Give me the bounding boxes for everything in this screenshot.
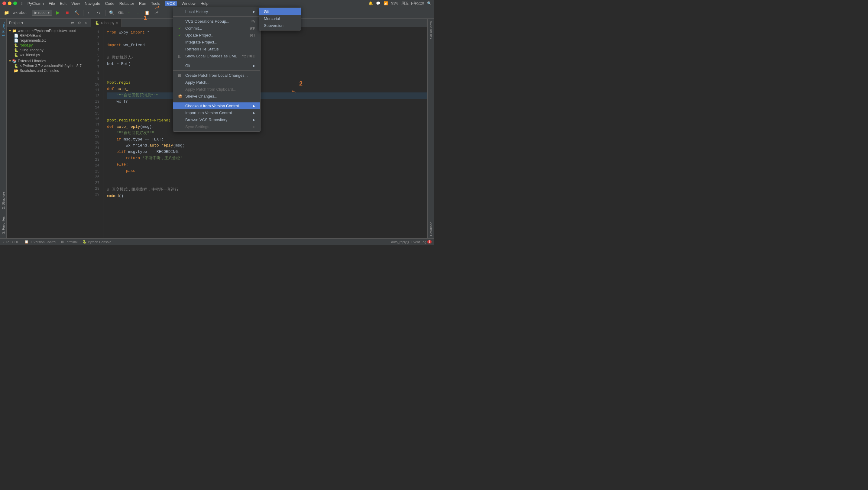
- code-line-25: [107, 181, 427, 187]
- favorites-tab[interactable]: 2: Favorites: [0, 214, 6, 236]
- redo-button[interactable]: ↪: [95, 9, 103, 17]
- run-config-dropdown-icon[interactable]: ▾: [48, 10, 50, 15]
- python-console-tab[interactable]: 🐍 Python Console: [83, 240, 112, 244]
- checkout-arrow-icon: ▶: [253, 104, 255, 107]
- menu-update-project[interactable]: ✓ Update Project... ⌘T: [173, 32, 260, 39]
- git-branches-button[interactable]: ⎇: [152, 9, 160, 17]
- git-pull-button[interactable]: ↓: [134, 9, 142, 17]
- file-menu[interactable]: File: [49, 1, 55, 6]
- menu-shelve-changes[interactable]: 📦 Shelve Changes...: [173, 93, 260, 100]
- tree-external-libs[interactable]: ▾ 📚 External Libraries: [7, 59, 91, 63]
- menu-show-local-changes-label: Show Local Changes as UML: [185, 54, 237, 58]
- close-button[interactable]: [2, 1, 6, 5]
- tools-menu[interactable]: Tools: [151, 1, 160, 6]
- editor-tab-robot[interactable]: 🐍 robot.py ×: [91, 19, 122, 27]
- edit-menu[interactable]: Edit: [60, 1, 66, 6]
- tree-scratches[interactable]: 📂 Scratches and Consoles: [11, 68, 91, 73]
- run-button[interactable]: ▶: [54, 8, 62, 17]
- window-menu[interactable]: Window: [182, 1, 195, 6]
- menu-apply-patch-label: Apply Patch...: [185, 80, 210, 85]
- project-panel: Project ▾ ⇄ ⚙ × ▾ 📁 wxrobot ~/PycharmPro…: [7, 19, 91, 238]
- python-lib-icon: 🐍: [14, 64, 19, 68]
- terminal-icon: ⊞: [61, 240, 64, 244]
- toolbar-separator-1: [29, 10, 29, 16]
- code-line-16: def auto_reply(msg):: [107, 124, 427, 130]
- git-push-button[interactable]: ↑: [125, 9, 133, 17]
- time-display: 周五 下午5:20: [401, 1, 424, 6]
- menu-vcs-operations[interactable]: VCS Operations Popup... ^V: [173, 18, 260, 25]
- checkout-subversion-item[interactable]: Subversion: [259, 22, 301, 29]
- menu-local-history[interactable]: Local History ▶: [173, 8, 260, 15]
- checkout-subversion-label: Subversion: [264, 23, 283, 28]
- safari-view-tab[interactable]: SaFari View: [428, 19, 434, 41]
- checkout-mercurial-item[interactable]: Mercurial: [259, 15, 301, 22]
- minimize-button[interactable]: [8, 1, 11, 5]
- help-menu[interactable]: Help: [200, 1, 209, 6]
- vcs-menu[interactable]: VCS: [165, 1, 177, 6]
- menu-apply-patch[interactable]: Apply Patch...: [173, 79, 260, 86]
- undo-button[interactable]: ↩: [86, 9, 94, 17]
- menu-browse-vcs[interactable]: Browse VCS Repository ▶: [173, 116, 260, 123]
- project-tab[interactable]: 1: Project: [0, 20, 6, 39]
- tree-file-readme[interactable]: 📄 README.md: [11, 33, 91, 38]
- menu-refresh-status[interactable]: Refresh File Status: [173, 45, 260, 53]
- menu-integrate-project[interactable]: Integrate Project...: [173, 39, 260, 45]
- code-line-2: [107, 36, 427, 42]
- project-name: wxrobot: [13, 10, 27, 15]
- code-content[interactable]: from wxpy import * import wx_friend # 微信…: [103, 27, 427, 238]
- menu-show-local-changes[interactable]: ◫ Show Local Changes as UML ⌥⇧⌘D: [173, 53, 260, 60]
- external-libs-label: External Libraries: [18, 59, 46, 63]
- vc-label: 9: Version Control: [30, 240, 56, 244]
- git-history-button[interactable]: 📋: [143, 9, 151, 17]
- refactor-menu[interactable]: Refactor: [119, 1, 134, 6]
- menu-git[interactable]: Git ▶: [173, 62, 260, 69]
- menu-create-patch[interactable]: ⊞ Create Patch from Local Changes...: [173, 72, 260, 79]
- apple-menu[interactable]: : [21, 1, 23, 6]
- menu-commit[interactable]: ✓ Commit... ⌘K: [173, 25, 260, 32]
- run-menu[interactable]: Run: [139, 1, 146, 6]
- close-panel-btn[interactable]: ×: [83, 20, 89, 26]
- tab-close-btn[interactable]: ×: [116, 22, 118, 25]
- code-line-10: def auto_: [107, 86, 427, 92]
- browse-arrow-icon: ▶: [253, 118, 255, 122]
- tree-file-requirements[interactable]: 📄 requirements.txt: [11, 38, 91, 43]
- project-panel-title: Project ▾: [9, 21, 23, 25]
- code-menu[interactable]: Code: [105, 1, 115, 6]
- tree-file-robot[interactable]: 🐍 robot.py: [11, 43, 91, 48]
- tree-python-lib[interactable]: 🐍 < Python 3.7 > /usr/local/bin/python3.…: [11, 63, 91, 68]
- event-log-tab[interactable]: Event Log 1: [411, 240, 432, 244]
- menu-empty-check2: [178, 19, 183, 24]
- code-line-17: """自动回复好友""": [107, 130, 427, 136]
- menu-import-vcs[interactable]: Import into Version Control ▶: [173, 109, 260, 116]
- search-icon[interactable]: 🔍: [427, 1, 432, 5]
- import-arrow-icon: ▶: [253, 111, 255, 115]
- commit-check-icon: ✓: [178, 26, 183, 31]
- database-tab[interactable]: Database: [428, 219, 434, 238]
- search-everywhere-button[interactable]: 🔍: [108, 9, 116, 17]
- menu-separator-1: [173, 16, 260, 17]
- build-button[interactable]: 🔨: [73, 9, 81, 17]
- todo-tab[interactable]: ✓ 6: TODO: [2, 240, 20, 244]
- tree-file-wxfriend[interactable]: 🐍 wx_friend.py: [11, 53, 91, 57]
- terminal-tab[interactable]: ⊞ Terminal: [61, 240, 78, 244]
- tree-root-folder[interactable]: ▾ 📁 wxrobot ~/PycharmProjects/wxrobot: [7, 28, 91, 33]
- checkout-empty: [178, 104, 183, 108]
- structure-tab[interactable]: 2: Structure: [0, 189, 6, 211]
- menu-checkout-from-vcs[interactable]: Checkout from Version Control ▶: [173, 102, 260, 109]
- refresh-empty-icon: [178, 47, 183, 51]
- maximize-button[interactable]: [13, 1, 17, 5]
- menu-separator-2: [173, 61, 260, 61]
- checkout-git-item[interactable]: Git: [259, 8, 301, 15]
- vcs-operations-shortcut: ^V: [251, 19, 255, 24]
- tree-file-tuling[interactable]: 🐍 tuling_robot.py: [11, 48, 91, 53]
- view-menu[interactable]: View: [71, 1, 80, 6]
- version-control-tab[interactable]: 📋 9: Version Control: [25, 240, 56, 244]
- run-configuration[interactable]: ▶ robot ▾: [32, 10, 52, 16]
- python-console-label: Python Console: [88, 240, 112, 244]
- navigate-menu[interactable]: Navigate: [85, 1, 100, 6]
- sync-scroll-btn[interactable]: ⇄: [70, 20, 75, 26]
- gear-icon[interactable]: ⚙: [76, 20, 82, 26]
- apply-patch-empty: [178, 80, 183, 85]
- pycharm-menu[interactable]: PyCharm: [28, 1, 44, 6]
- stop-button[interactable]: ■: [63, 8, 72, 17]
